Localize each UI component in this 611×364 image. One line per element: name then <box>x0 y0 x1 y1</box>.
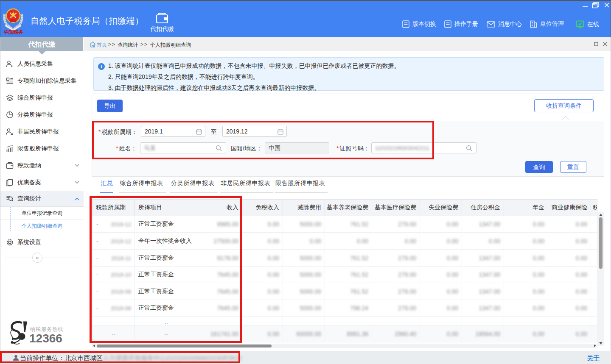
svg-text:中国税务: 中国税务 <box>3 29 24 34</box>
